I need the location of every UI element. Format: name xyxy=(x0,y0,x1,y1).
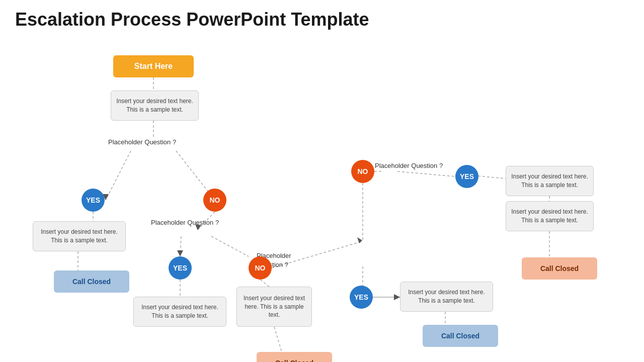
call-closed-1: Call Closed xyxy=(54,270,129,293)
svg-line-14 xyxy=(274,327,282,352)
svg-line-19 xyxy=(478,176,506,178)
start-here-button[interactable]: Start Here xyxy=(113,55,194,77)
no-circle-right: NO xyxy=(351,160,374,183)
text-box-5: Insert your desired text here. This is a… xyxy=(506,166,594,196)
svg-line-13 xyxy=(260,280,269,287)
no-circle-1: NO xyxy=(203,189,226,212)
page-title: Escalation Process PowerPoint Template xyxy=(0,0,644,30)
question-label-right: Placeholder Question ? xyxy=(375,161,443,171)
svg-line-9 xyxy=(180,236,181,256)
question-label-2: Placeholder Question ? xyxy=(151,219,219,226)
call-closed-4: Call Closed xyxy=(522,257,597,280)
question-label-1: Placeholder Question ? xyxy=(108,138,176,146)
text-box-6: Insert your desired text here. This is a… xyxy=(506,201,594,231)
call-closed-2: Call Closed xyxy=(257,352,332,362)
text-box-7: Insert your desired text here. This is a… xyxy=(400,282,493,312)
svg-marker-24 xyxy=(394,294,400,300)
text-box-2: Insert your desired text here. This is a… xyxy=(33,221,126,251)
yes-circle-3: YES xyxy=(350,286,373,309)
call-closed-3: Call Closed xyxy=(423,325,498,347)
svg-marker-10 xyxy=(177,250,183,256)
text-box-3: Insert your desired text here. This is a… xyxy=(133,297,226,327)
svg-line-12 xyxy=(211,236,249,256)
diagram-area: Start Here Insert your desired text here… xyxy=(0,40,644,362)
svg-marker-16 xyxy=(357,237,362,243)
no-circle-2: NO xyxy=(249,256,272,280)
yes-circle-1: YES xyxy=(82,189,105,212)
yes-circle-2: YES xyxy=(169,256,192,280)
svg-line-18 xyxy=(397,171,455,176)
yes-circle-right: YES xyxy=(455,165,478,188)
text-box-4: Insert your desired text here. This is a… xyxy=(236,287,312,327)
svg-line-3 xyxy=(106,151,131,200)
text-box-1: Insert your desired text here. This is a… xyxy=(111,90,199,121)
